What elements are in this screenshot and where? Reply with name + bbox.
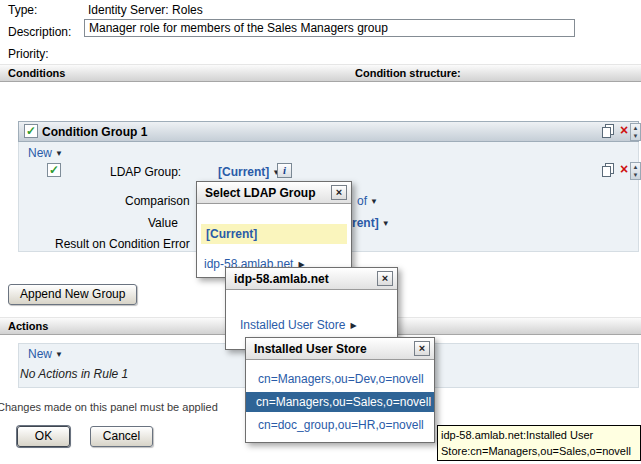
popup-installed-user-store: Installed User Store × cn=Managers,ou=De… bbox=[245, 337, 435, 443]
popup-installed-user-store-title: Installed User Store × bbox=[246, 338, 434, 360]
popup-item-text: cn=Managers,ou=Dev,o=novell bbox=[258, 372, 424, 386]
popup-item-installed-user-store[interactable]: Installed User Store▶ bbox=[240, 318, 397, 332]
roles-rule-editor: Type: Identity Server: Roles Description… bbox=[0, 0, 641, 464]
popup-item-managers-dev[interactable]: cn=Managers,ou=Dev,o=novell bbox=[258, 372, 434, 386]
delete-condition-icon[interactable]: × bbox=[617, 163, 631, 177]
move-group-arrows[interactable]: ▲ ▼ bbox=[630, 123, 641, 141]
close-icon[interactable]: × bbox=[331, 185, 347, 200]
apply-changes-note: Changes made on this panel must be appli… bbox=[0, 401, 218, 413]
chevron-down-icon: ▼ bbox=[370, 197, 378, 206]
condition-row-checkbox[interactable]: ✓ bbox=[47, 163, 61, 177]
result-on-condition-error-label: Result on Condition Error bbox=[55, 237, 190, 251]
ldap-group-value-dropdown[interactable]: [Current]▼ bbox=[218, 165, 280, 179]
no-actions-text: No Actions in Rule 1 bbox=[20, 367, 128, 381]
conditions-section-bar: Conditions Condition structure: bbox=[0, 64, 641, 82]
value-fragment-text: rent] bbox=[352, 216, 379, 230]
popup-item-text: [Current] bbox=[206, 227, 257, 241]
actions-new-menu[interactable]: New▼ bbox=[28, 347, 63, 361]
ldap-group-value: [Current] bbox=[218, 165, 269, 179]
popup-select-ldap-group: Select LDAP Group × [Current] idp-58.aml… bbox=[196, 181, 352, 278]
popup-item-current[interactable]: [Current] bbox=[201, 224, 347, 244]
comparison-fragment-text: of bbox=[357, 194, 367, 208]
append-new-group-button[interactable]: Append New Group bbox=[8, 284, 137, 305]
chevron-down-icon: ▼ bbox=[382, 219, 390, 228]
popup-title-text: Installed User Store bbox=[254, 342, 367, 356]
value-dropdown-fragment[interactable]: rent]▼ bbox=[352, 216, 390, 230]
condition-group-title: Condition Group 1 bbox=[42, 125, 147, 139]
popup-select-ldap-group-title: Select LDAP Group × bbox=[197, 182, 351, 204]
popup-item-text: cn=Managers,ou=Sales,o=novell bbox=[256, 395, 431, 409]
comparison-label: Comparison bbox=[125, 194, 190, 208]
info-icon[interactable]: i bbox=[277, 163, 292, 178]
type-label: Type: bbox=[8, 3, 37, 17]
comparison-dropdown-fragment[interactable]: of▼ bbox=[357, 194, 378, 208]
description-label: Description: bbox=[8, 25, 71, 39]
popup-item-doc-group-hr[interactable]: cn=doc_group,ou=HR,o=novell bbox=[258, 418, 434, 432]
chevron-down-icon: ▼ bbox=[55, 350, 63, 359]
ok-button[interactable]: OK bbox=[17, 426, 70, 447]
value-label: Value bbox=[148, 216, 178, 230]
popup-item-managers-sales-selected[interactable]: cn=Managers,ou=Sales,o=novell bbox=[246, 392, 434, 412]
chevron-down-icon: ▼ bbox=[55, 149, 63, 158]
new-menu-label: New bbox=[28, 146, 52, 160]
selection-tooltip: idp-58.amlab.net:Installed User Store:cn… bbox=[437, 425, 641, 461]
move-up-icon[interactable]: ▲ bbox=[631, 124, 640, 132]
priority-label: Priority: bbox=[8, 47, 49, 61]
actions-header: Actions bbox=[8, 320, 48, 332]
conditions-header: Conditions bbox=[8, 67, 65, 79]
close-icon[interactable]: × bbox=[377, 271, 393, 286]
move-down-icon[interactable]: ▼ bbox=[631, 132, 640, 140]
new-menu-label: New bbox=[28, 347, 52, 361]
move-up-icon[interactable]: ▲ bbox=[631, 163, 640, 171]
popup-item-text: cn=doc_group,ou=HR,o=novell bbox=[258, 418, 424, 432]
copy-condition-icon[interactable] bbox=[601, 163, 615, 177]
delete-group-icon[interactable]: × bbox=[617, 124, 631, 138]
condition-group-checkbox[interactable]: ✓ bbox=[24, 124, 38, 138]
description-input[interactable] bbox=[84, 19, 575, 37]
condition-structure-label: Condition structure: bbox=[355, 67, 461, 79]
cancel-button[interactable]: Cancel bbox=[90, 426, 153, 447]
ldap-group-label: LDAP Group: bbox=[110, 165, 181, 179]
submenu-arrow-icon: ▶ bbox=[350, 321, 356, 330]
move-condition-arrows[interactable]: ▲ ▼ bbox=[630, 162, 641, 180]
popup-item-text: Installed User Store bbox=[240, 318, 345, 332]
copy-group-icon[interactable] bbox=[601, 124, 615, 138]
conditions-new-menu[interactable]: New▼ bbox=[28, 146, 63, 160]
type-value: Identity Server: Roles bbox=[88, 3, 203, 17]
move-down-icon[interactable]: ▼ bbox=[631, 171, 640, 179]
popup-idp-server-title: idp-58.amlab.net × bbox=[226, 268, 397, 290]
popup-title-text: Select LDAP Group bbox=[205, 186, 315, 200]
popup-title-text: idp-58.amlab.net bbox=[234, 272, 329, 286]
close-icon[interactable]: × bbox=[414, 341, 430, 356]
